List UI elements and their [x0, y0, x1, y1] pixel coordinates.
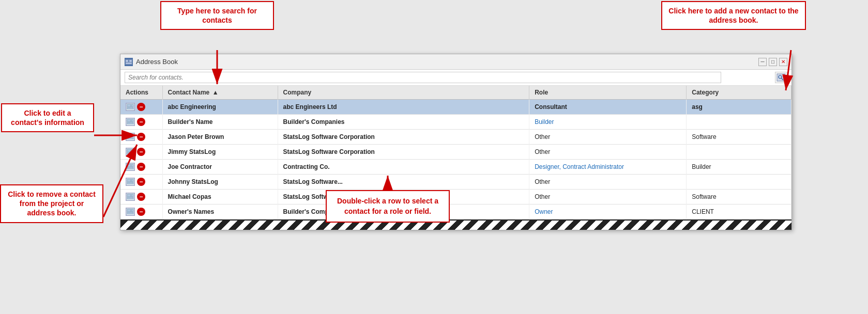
contact-name-cell: Joe Contractor	[162, 160, 278, 175]
edit-button[interactable]	[126, 103, 135, 111]
col-header-category: Category	[687, 86, 791, 100]
svg-rect-21	[131, 119, 133, 122]
table-row[interactable]: − abc Engineeringabc Engineers LtdConsul…	[120, 100, 791, 115]
svg-rect-24	[127, 134, 131, 137]
zigzag-border	[120, 219, 791, 230]
callout-dblclick: Double-click a row to select a contact f…	[326, 190, 450, 223]
search-input[interactable]	[125, 72, 721, 83]
svg-rect-36	[127, 179, 131, 182]
role-cell: Other	[529, 130, 687, 145]
col-header-actions: Actions	[120, 86, 162, 100]
actions-cell: −	[120, 130, 162, 145]
title-bar-controls: ─ □ ✕	[758, 58, 787, 66]
table-row[interactable]: − Builder's NameBuilder's CompaniesBuild…	[120, 115, 791, 130]
company-cell: StatsLog Software Corporation	[278, 145, 529, 160]
role-cell: Other	[529, 145, 687, 160]
category-cell: asg	[687, 100, 791, 115]
svg-rect-44	[127, 209, 131, 212]
svg-rect-20	[127, 119, 131, 122]
edit-button[interactable]	[126, 208, 135, 216]
minimize-icon: ─	[760, 59, 764, 65]
contacts-table: Actions Contact Name ▲ Company Role Cate…	[120, 86, 791, 219]
sort-icon: ▲	[212, 89, 219, 96]
svg-rect-40	[127, 194, 131, 197]
remove-button[interactable]: −	[136, 162, 146, 171]
actions-cell: −	[120, 175, 162, 190]
edit-button[interactable]	[126, 193, 135, 201]
col-header-contact-name[interactable]: Contact Name ▲	[162, 86, 278, 100]
edit-button[interactable]	[126, 178, 135, 186]
svg-rect-37	[131, 179, 133, 182]
company-cell: Contracting Co.	[278, 160, 529, 175]
table-header-row: Actions Contact Name ▲ Company Role Cate…	[120, 86, 791, 100]
svg-rect-34	[127, 167, 133, 169]
svg-rect-7	[126, 60, 128, 62]
contact-name-cell: abc Engineering	[162, 100, 278, 115]
svg-rect-46	[127, 212, 133, 214]
svg-rect-29	[131, 149, 133, 152]
company-cell: Builder's Companies	[278, 115, 529, 130]
company-cell: StatsLog Software...	[278, 175, 529, 190]
svg-rect-42	[127, 197, 133, 199]
actions-cell: −	[120, 115, 162, 130]
actions-cell: −	[120, 100, 162, 115]
callout-remove: Click to remove a contact from the proje…	[0, 184, 103, 223]
svg-rect-25	[131, 134, 133, 137]
contact-name-cell: Johnny StatsLog	[162, 175, 278, 190]
svg-rect-45	[131, 209, 133, 212]
remove-button[interactable]: −	[136, 132, 146, 142]
svg-rect-41	[131, 194, 133, 197]
remove-button[interactable]: −	[136, 192, 146, 201]
category-cell: Builder	[687, 160, 791, 175]
company-cell: StatsLog Software Corporation	[278, 130, 529, 145]
contact-name-cell: Builder's Name	[162, 115, 278, 130]
remove-button[interactable]: −	[136, 177, 146, 186]
category-cell	[687, 115, 791, 130]
role-cell: Builder	[529, 115, 687, 130]
role-cell: Owner	[529, 205, 687, 219]
close-icon: ✕	[781, 59, 785, 65]
table-row[interactable]: − Michael CopasStatsLog Software Corpora…	[120, 190, 791, 205]
company-cell: abc Engineers Ltd	[278, 100, 529, 115]
title-bar: Address Book ─ □ ✕	[120, 54, 791, 70]
add-contact-button[interactable]	[775, 72, 787, 83]
svg-rect-28	[127, 149, 131, 152]
remove-button[interactable]: −	[136, 117, 146, 127]
role-cell: Other	[529, 190, 687, 205]
svg-rect-16	[127, 104, 131, 107]
callout-edit: Click to edit a contact's information	[1, 103, 94, 132]
role-cell: Consultant	[529, 100, 687, 115]
maximize-icon: □	[771, 59, 774, 65]
remove-button[interactable]: −	[136, 147, 146, 156]
svg-rect-38	[127, 182, 133, 184]
contact-name-cell: Jimmy StatsLog	[162, 145, 278, 160]
table-row[interactable]: − Owner's NamesBuilder's CompaniesOwnerC…	[120, 205, 791, 219]
close-button[interactable]: ✕	[779, 58, 787, 66]
minimize-button[interactable]: ─	[758, 58, 767, 66]
edit-button[interactable]	[126, 148, 135, 156]
edit-button[interactable]	[126, 133, 135, 141]
table-row[interactable]: − Jason Peter BrownStatsLog Software Cor…	[120, 130, 791, 145]
table-row[interactable]: − Johnny StatsLogStatsLog Software...Oth…	[120, 175, 791, 190]
category-cell: Software	[687, 130, 791, 145]
role-cell: Other	[529, 175, 687, 190]
actions-cell: −	[120, 145, 162, 160]
contact-name-cell: Jason Peter Brown	[162, 130, 278, 145]
svg-rect-33	[131, 164, 133, 167]
actions-cell: −	[120, 190, 162, 205]
col-header-role: Role	[529, 86, 687, 100]
svg-rect-22	[127, 122, 133, 124]
edit-button[interactable]	[126, 163, 135, 171]
maximize-button[interactable]: □	[769, 58, 777, 66]
edit-button[interactable]	[126, 118, 135, 126]
table-row[interactable]: − Jimmy StatsLogStatsLog Software Corpor…	[120, 145, 791, 160]
address-book-window: Address Book ─ □ ✕	[120, 54, 792, 230]
category-cell	[687, 175, 791, 190]
contact-name-cell: Owner's Names	[162, 205, 278, 219]
actions-cell: −	[120, 205, 162, 219]
category-cell: CLIENT	[687, 205, 791, 219]
table-row[interactable]: − Joe ContractorContracting Co.Designer,…	[120, 160, 791, 175]
remove-button[interactable]: −	[136, 102, 146, 112]
callout-add: Click here to add a new contact to the a…	[661, 1, 806, 30]
remove-button[interactable]: −	[136, 207, 146, 216]
